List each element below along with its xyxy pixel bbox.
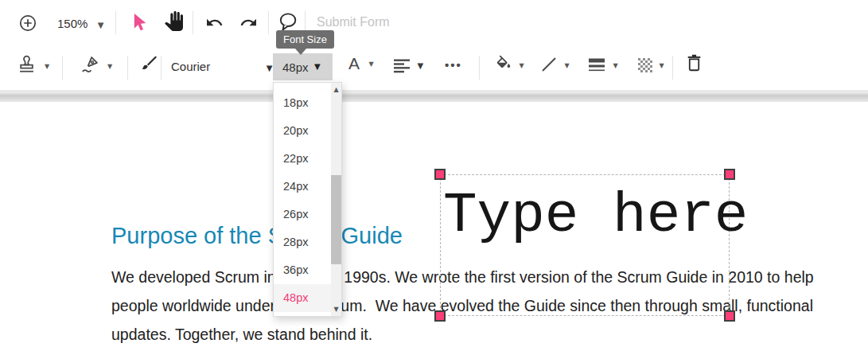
font-size-option[interactable]: 18px bbox=[274, 89, 331, 117]
chevron-down-icon: ▼ bbox=[417, 61, 423, 70]
font-size-option[interactable]: 24px bbox=[274, 173, 331, 201]
align-lines-icon bbox=[394, 62, 415, 76]
divider bbox=[268, 11, 269, 34]
hand-tool-button[interactable] bbox=[162, 11, 185, 33]
chevron-down-icon: ▼ bbox=[564, 62, 569, 69]
line-weight-icon bbox=[589, 61, 609, 75]
cursor-arrow-icon bbox=[129, 24, 148, 36]
text-annotation-value[interactable]: Type here bbox=[443, 184, 748, 248]
font-size-value: 48px bbox=[282, 60, 309, 74]
signature-tool-button[interactable] bbox=[77, 53, 103, 78]
pattern-fill-button[interactable]: ▼ bbox=[638, 58, 664, 76]
chevron-down-icon[interactable]: ▼ bbox=[45, 64, 49, 70]
menu-scrollbar[interactable]: ▲ ▼ bbox=[331, 83, 341, 316]
brush-icon bbox=[138, 66, 159, 78]
document-heading: Purpose of the Scrum Guide bbox=[111, 223, 403, 249]
redo-icon bbox=[239, 21, 259, 33]
diagonal-line-icon bbox=[540, 62, 561, 76]
zoom-in-button[interactable] bbox=[18, 14, 38, 34]
undo-icon bbox=[204, 21, 224, 33]
font-size-option[interactable]: 28px bbox=[274, 228, 331, 256]
font-color-label: A bbox=[348, 54, 360, 72]
scroll-down-icon[interactable]: ▼ bbox=[331, 306, 341, 313]
stamp-tool-button[interactable] bbox=[14, 53, 38, 78]
chevron-down-icon: ▼ bbox=[519, 62, 524, 69]
resize-handle-bottom-left[interactable] bbox=[434, 310, 446, 322]
chevron-down-icon: ▼ bbox=[98, 21, 104, 29]
divider bbox=[62, 56, 63, 80]
paint-bucket-icon bbox=[495, 62, 516, 76]
tooltip-arrow bbox=[295, 49, 306, 55]
font-size-option[interactable]: 20px bbox=[274, 117, 331, 145]
divider bbox=[479, 56, 480, 80]
font-size-option[interactable]: 36px bbox=[274, 256, 331, 284]
fill-color-button[interactable]: ▼ bbox=[495, 55, 524, 76]
divider bbox=[672, 56, 673, 80]
select-tool-button[interactable] bbox=[128, 12, 149, 34]
stamp-icon bbox=[16, 66, 37, 78]
font-color-button[interactable]: A ▼ bbox=[348, 54, 374, 73]
document-body-line: updates. Together, we stand behind it. bbox=[111, 326, 372, 344]
fountain-pen-icon bbox=[79, 66, 102, 78]
font-family-select[interactable]: Courier ▼ bbox=[171, 60, 272, 74]
draw-tool-button[interactable] bbox=[138, 53, 160, 78]
chevron-down-icon: ▼ bbox=[613, 62, 617, 69]
font-size-option[interactable]: 26px bbox=[274, 201, 331, 228]
formatting-toolbar: ▼ ▼ Courier ▼ 48px ▼ A ▼ bbox=[0, 45, 868, 91]
chevron-down-icon: ▼ bbox=[659, 62, 664, 69]
chevron-down-icon: ▼ bbox=[314, 63, 321, 71]
resize-handle-top-right[interactable] bbox=[724, 169, 735, 180]
scroll-up-icon[interactable]: ▲ bbox=[331, 86, 341, 93]
resize-handle-bottom-right[interactable] bbox=[724, 310, 735, 322]
submit-form-button[interactable]: Submit Form bbox=[317, 15, 390, 29]
more-options-button[interactable]: ••• bbox=[445, 58, 462, 72]
chevron-down-icon[interactable]: ▼ bbox=[107, 64, 112, 70]
align-button[interactable]: ▼ bbox=[394, 59, 423, 76]
editor-window: 150% ▼ bbox=[0, 0, 868, 355]
divider bbox=[193, 11, 193, 34]
tooltip-label: Font Size bbox=[283, 33, 327, 45]
font-family-value: Courier bbox=[171, 60, 210, 73]
font-size-tooltip: Font Size bbox=[276, 30, 334, 49]
font-size-select[interactable]: 48px ▼ bbox=[273, 53, 333, 80]
hand-icon bbox=[164, 21, 184, 33]
zoom-level-value: 150% bbox=[57, 17, 88, 30]
divider bbox=[161, 56, 162, 80]
zoom-level-select[interactable]: 150% ▼ bbox=[57, 17, 104, 31]
page-edge-strip bbox=[0, 91, 868, 102]
divider bbox=[127, 56, 128, 80]
font-size-menu: 18px 20px 22px 24px 26px 28px 36px 48px … bbox=[273, 82, 342, 317]
scrollbar-thumb[interactable] bbox=[331, 175, 341, 264]
line-tool-button[interactable]: ▼ bbox=[540, 56, 570, 76]
chevron-down-icon: ▼ bbox=[368, 60, 373, 68]
trash-icon bbox=[684, 64, 704, 76]
font-size-option-list: 18px 20px 22px 24px 26px 28px 36px 48px bbox=[274, 89, 331, 312]
font-size-option[interactable]: 22px bbox=[274, 145, 331, 173]
zoom-in-icon bbox=[18, 23, 37, 35]
primary-toolbar: 150% ▼ bbox=[0, 0, 868, 45]
checker-pattern-icon bbox=[638, 61, 656, 75]
undo-button[interactable] bbox=[204, 15, 224, 31]
font-size-option-selected[interactable]: 48px bbox=[274, 284, 331, 312]
divider bbox=[115, 11, 116, 34]
redo-button[interactable] bbox=[238, 15, 259, 31]
line-weight-button[interactable]: ▼ bbox=[589, 58, 618, 76]
chevron-down-icon: ▼ bbox=[267, 64, 273, 72]
delete-button[interactable] bbox=[683, 53, 705, 76]
resize-handle-top-left[interactable] bbox=[434, 169, 446, 180]
